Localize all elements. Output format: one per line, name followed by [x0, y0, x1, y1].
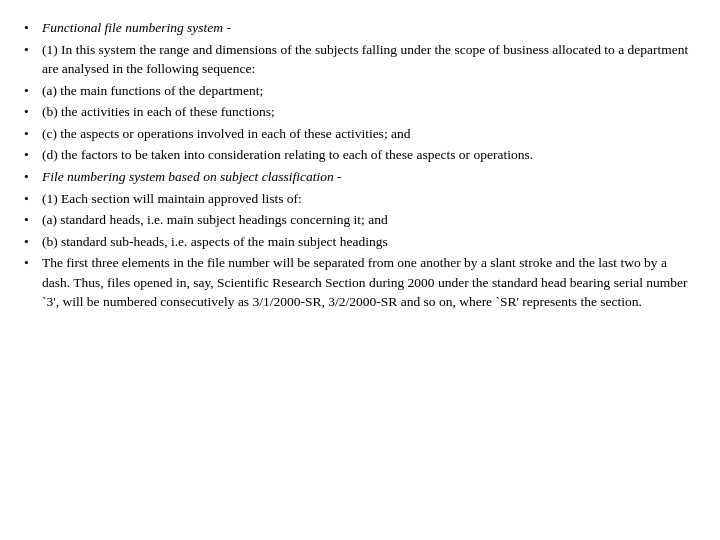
bullet-symbol: •: [20, 253, 42, 273]
bullet-list: •Functional file numbering system -•(1) …: [20, 18, 692, 312]
bullet-text: The first three elements in the file num…: [42, 253, 692, 312]
list-item: •(c) the aspects or operations involved …: [20, 124, 692, 144]
page-container: •Functional file numbering system -•(1) …: [0, 0, 720, 540]
bullet-symbol: •: [20, 167, 42, 187]
list-item: •Functional file numbering system -: [20, 18, 692, 38]
list-item: •(a) the main functions of the departmen…: [20, 81, 692, 101]
bullet-symbol: •: [20, 18, 42, 38]
bullet-symbol: •: [20, 102, 42, 122]
list-item: •The first three elements in the file nu…: [20, 253, 692, 312]
bullet-text: (1) Each section will maintain approved …: [42, 189, 692, 209]
bullet-symbol: •: [20, 232, 42, 252]
bullet-text: Functional file numbering system -: [42, 18, 692, 38]
bullet-text: File numbering system based on subject c…: [42, 167, 692, 187]
bullet-text: (a) the main functions of the department…: [42, 81, 692, 101]
bullet-symbol: •: [20, 40, 42, 60]
bullet-symbol: •: [20, 189, 42, 209]
bullet-text: (d) the factors to be taken into conside…: [42, 145, 692, 165]
bullet-text: (c) the aspects or operations involved i…: [42, 124, 692, 144]
list-item: •(1) In this system the range and dimens…: [20, 40, 692, 79]
bullet-symbol: •: [20, 124, 42, 144]
list-item: •(d) the factors to be taken into consid…: [20, 145, 692, 165]
bullet-text: (a) standard heads, i.e. main subject he…: [42, 210, 692, 230]
list-item: •(b) standard sub-heads, i.e. aspects of…: [20, 232, 692, 252]
bullet-symbol: •: [20, 81, 42, 101]
list-item: •(1) Each section will maintain approved…: [20, 189, 692, 209]
bullet-symbol: •: [20, 210, 42, 230]
list-item: •File numbering system based on subject …: [20, 167, 692, 187]
list-item: •(b) the activities in each of these fun…: [20, 102, 692, 122]
bullet-text: (b) standard sub-heads, i.e. aspects of …: [42, 232, 692, 252]
bullet-text: (b) the activities in each of these func…: [42, 102, 692, 122]
bullet-symbol: •: [20, 145, 42, 165]
list-item: •(a) standard heads, i.e. main subject h…: [20, 210, 692, 230]
bullet-text: (1) In this system the range and dimensi…: [42, 40, 692, 79]
